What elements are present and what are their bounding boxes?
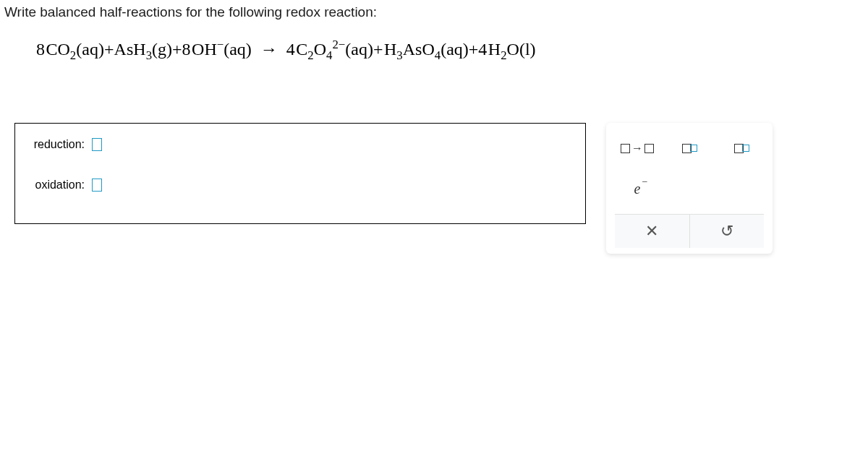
oxidation-input[interactable] xyxy=(92,179,102,192)
formula-toolbox: → e− ✕ ↺ xyxy=(606,123,773,254)
electron-button[interactable]: e− xyxy=(615,173,660,204)
question-prompt: Write balanced half-reactions for the fo… xyxy=(0,0,868,20)
clear-button[interactable]: ✕ xyxy=(615,215,690,248)
reduction-label: reduction: xyxy=(28,138,85,151)
undo-icon: ↺ xyxy=(720,222,733,241)
yields-arrow-button[interactable]: → xyxy=(615,133,660,163)
reduction-input[interactable] xyxy=(92,138,102,151)
superscript-button[interactable] xyxy=(719,133,764,163)
redox-equation: 8 CO2(aq)+ AsH3(g)+8 OH−(aq) → 4 C2O42−(… xyxy=(0,20,868,63)
reduction-row: reduction: xyxy=(28,138,572,151)
close-icon: ✕ xyxy=(645,222,658,241)
subscript-button[interactable] xyxy=(667,133,712,163)
oxidation-label: oxidation: xyxy=(28,179,85,192)
reset-button[interactable]: ↺ xyxy=(690,215,765,248)
oxidation-row: oxidation: xyxy=(28,179,572,192)
answer-container: reduction: oxidation: xyxy=(14,123,586,224)
